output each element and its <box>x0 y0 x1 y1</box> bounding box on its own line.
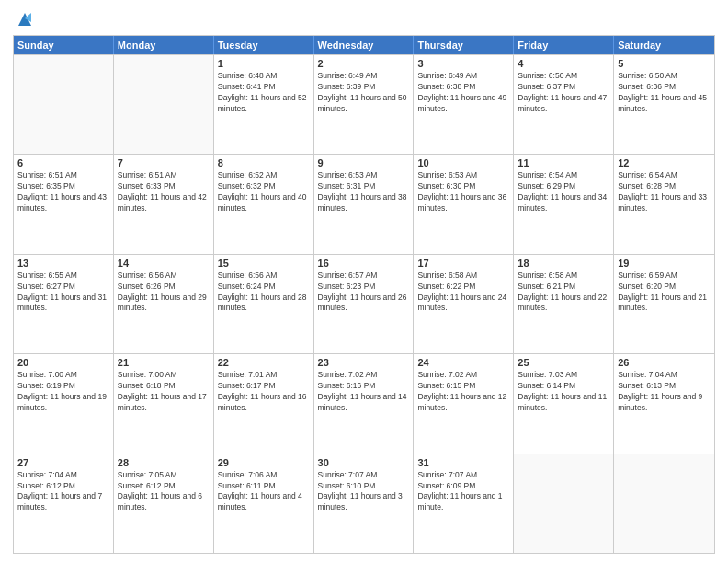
day-number: 18 <box>518 258 609 269</box>
calendar-row-4: 27Sunrise: 7:04 AMSunset: 6:12 PMDayligh… <box>14 454 714 553</box>
day-number: 11 <box>518 157 609 168</box>
cell-info: Sunrise: 7:04 AMSunset: 6:12 PMDaylight:… <box>17 470 109 514</box>
day-number: 6 <box>17 157 109 168</box>
calendar-cell: 6Sunrise: 6:51 AMSunset: 6:35 PMDaylight… <box>14 155 114 253</box>
cell-info: Sunrise: 6:48 AMSunset: 6:41 PMDaylight:… <box>218 71 310 115</box>
calendar-cell: 30Sunrise: 7:07 AMSunset: 6:10 PMDayligh… <box>314 454 415 553</box>
calendar-cell: 25Sunrise: 7:03 AMSunset: 6:14 PMDayligh… <box>514 354 614 453</box>
logo <box>13 9 35 29</box>
calendar-cell: 8Sunrise: 6:52 AMSunset: 6:32 PMDaylight… <box>214 155 314 253</box>
weekday-header-monday: Monday <box>114 36 214 54</box>
cell-info: Sunrise: 6:56 AMSunset: 6:24 PMDaylight:… <box>218 270 310 315</box>
calendar-cell: 27Sunrise: 7:04 AMSunset: 6:12 PMDayligh… <box>14 454 114 553</box>
day-number: 10 <box>417 157 509 168</box>
day-number: 31 <box>417 457 509 468</box>
day-number: 3 <box>417 58 509 69</box>
calendar-cell <box>114 55 214 154</box>
day-number: 12 <box>618 157 711 168</box>
calendar-row-1: 6Sunrise: 6:51 AMSunset: 6:35 PMDaylight… <box>14 154 714 253</box>
calendar-cell: 18Sunrise: 6:58 AMSunset: 6:21 PMDayligh… <box>514 255 614 353</box>
calendar-cell: 9Sunrise: 6:53 AMSunset: 6:31 PMDaylight… <box>314 155 415 253</box>
calendar-cell <box>14 55 114 154</box>
calendar-cell: 1Sunrise: 6:48 AMSunset: 6:41 PMDaylight… <box>214 55 314 154</box>
cell-info: Sunrise: 7:01 AMSunset: 6:17 PMDaylight:… <box>218 370 310 414</box>
header <box>13 9 715 29</box>
calendar-cell: 29Sunrise: 7:06 AMSunset: 6:11 PMDayligh… <box>214 454 314 553</box>
cell-info: Sunrise: 6:59 AMSunset: 6:20 PMDaylight:… <box>618 270 711 315</box>
day-number: 19 <box>618 258 711 269</box>
calendar-cell: 31Sunrise: 7:07 AMSunset: 6:09 PMDayligh… <box>414 454 514 553</box>
weekday-header-wednesday: Wednesday <box>314 36 415 54</box>
calendar-cell: 17Sunrise: 6:58 AMSunset: 6:22 PMDayligh… <box>414 255 514 353</box>
day-number: 30 <box>318 457 410 468</box>
cell-info: Sunrise: 6:58 AMSunset: 6:21 PMDaylight:… <box>518 270 609 315</box>
cell-info: Sunrise: 7:04 AMSunset: 6:13 PMDaylight:… <box>618 370 711 414</box>
calendar-body: 1Sunrise: 6:48 AMSunset: 6:41 PMDaylight… <box>14 54 714 553</box>
calendar-cell: 5Sunrise: 6:50 AMSunset: 6:36 PMDaylight… <box>614 55 714 154</box>
cell-info: Sunrise: 6:50 AMSunset: 6:37 PMDaylight:… <box>518 71 609 115</box>
cell-info: Sunrise: 6:55 AMSunset: 6:27 PMDaylight:… <box>17 270 109 315</box>
calendar-row-2: 13Sunrise: 6:55 AMSunset: 6:27 PMDayligh… <box>14 254 714 353</box>
day-number: 16 <box>318 258 410 269</box>
calendar-cell: 24Sunrise: 7:02 AMSunset: 6:15 PMDayligh… <box>414 354 514 453</box>
cell-info: Sunrise: 6:54 AMSunset: 6:29 PMDaylight:… <box>518 170 609 214</box>
day-number: 5 <box>618 58 711 69</box>
calendar-row-0: 1Sunrise: 6:48 AMSunset: 6:41 PMDaylight… <box>14 54 714 154</box>
day-number: 8 <box>218 157 310 168</box>
calendar-cell: 26Sunrise: 7:04 AMSunset: 6:13 PMDayligh… <box>614 354 714 453</box>
calendar-cell: 19Sunrise: 6:59 AMSunset: 6:20 PMDayligh… <box>614 255 714 353</box>
cell-info: Sunrise: 6:56 AMSunset: 6:26 PMDaylight:… <box>118 270 210 315</box>
calendar-cell: 4Sunrise: 6:50 AMSunset: 6:37 PMDaylight… <box>514 55 614 154</box>
cell-info: Sunrise: 6:52 AMSunset: 6:32 PMDaylight:… <box>218 170 310 214</box>
page: SundayMondayTuesdayWednesdayThursdayFrid… <box>0 0 728 563</box>
day-number: 7 <box>118 157 210 168</box>
weekday-header-friday: Friday <box>514 36 614 54</box>
calendar-cell: 2Sunrise: 6:49 AMSunset: 6:39 PMDaylight… <box>314 55 415 154</box>
cell-info: Sunrise: 7:07 AMSunset: 6:10 PMDaylight:… <box>318 470 410 514</box>
day-number: 14 <box>118 258 210 269</box>
cell-info: Sunrise: 6:49 AMSunset: 6:39 PMDaylight:… <box>318 71 410 115</box>
cell-info: Sunrise: 7:07 AMSunset: 6:09 PMDaylight:… <box>417 470 509 514</box>
day-number: 2 <box>318 58 410 69</box>
calendar-cell: 28Sunrise: 7:05 AMSunset: 6:12 PMDayligh… <box>114 454 214 553</box>
calendar-header: SundayMondayTuesdayWednesdayThursdayFrid… <box>14 36 714 54</box>
calendar-cell: 23Sunrise: 7:02 AMSunset: 6:16 PMDayligh… <box>314 354 415 453</box>
weekday-header-tuesday: Tuesday <box>214 36 314 54</box>
weekday-header-saturday: Saturday <box>614 36 714 54</box>
day-number: 24 <box>417 357 509 368</box>
cell-info: Sunrise: 6:51 AMSunset: 6:33 PMDaylight:… <box>118 170 210 214</box>
calendar-cell: 13Sunrise: 6:55 AMSunset: 6:27 PMDayligh… <box>14 255 114 353</box>
day-number: 1 <box>218 58 310 69</box>
calendar-cell: 10Sunrise: 6:53 AMSunset: 6:30 PMDayligh… <box>414 155 514 253</box>
day-number: 23 <box>318 357 410 368</box>
calendar-cell <box>614 454 714 553</box>
calendar-cell: 11Sunrise: 6:54 AMSunset: 6:29 PMDayligh… <box>514 155 614 253</box>
cell-info: Sunrise: 6:54 AMSunset: 6:28 PMDaylight:… <box>618 170 711 214</box>
day-number: 29 <box>218 457 310 468</box>
day-number: 20 <box>17 357 109 368</box>
cell-info: Sunrise: 6:53 AMSunset: 6:31 PMDaylight:… <box>318 170 410 214</box>
day-number: 13 <box>17 258 109 269</box>
cell-info: Sunrise: 6:58 AMSunset: 6:22 PMDaylight:… <box>417 270 509 315</box>
weekday-header-sunday: Sunday <box>14 36 114 54</box>
calendar-row-3: 20Sunrise: 7:00 AMSunset: 6:19 PMDayligh… <box>14 353 714 453</box>
cell-info: Sunrise: 6:53 AMSunset: 6:30 PMDaylight:… <box>417 170 509 214</box>
day-number: 28 <box>118 457 210 468</box>
calendar-cell: 12Sunrise: 6:54 AMSunset: 6:28 PMDayligh… <box>614 155 714 253</box>
cell-info: Sunrise: 7:06 AMSunset: 6:11 PMDaylight:… <box>218 470 310 514</box>
calendar-cell: 16Sunrise: 6:57 AMSunset: 6:23 PMDayligh… <box>314 255 415 353</box>
cell-info: Sunrise: 7:00 AMSunset: 6:19 PMDaylight:… <box>17 370 109 414</box>
cell-info: Sunrise: 7:03 AMSunset: 6:14 PMDaylight:… <box>518 370 609 414</box>
cell-info: Sunrise: 6:57 AMSunset: 6:23 PMDaylight:… <box>318 270 410 315</box>
calendar-cell <box>514 454 614 553</box>
calendar-cell: 15Sunrise: 6:56 AMSunset: 6:24 PMDayligh… <box>214 255 314 353</box>
day-number: 27 <box>17 457 109 468</box>
day-number: 15 <box>218 258 310 269</box>
calendar-cell: 20Sunrise: 7:00 AMSunset: 6:19 PMDayligh… <box>14 354 114 453</box>
day-number: 25 <box>518 357 609 368</box>
day-number: 26 <box>618 357 711 368</box>
calendar-cell: 3Sunrise: 6:49 AMSunset: 6:38 PMDaylight… <box>414 55 514 154</box>
cell-info: Sunrise: 7:02 AMSunset: 6:15 PMDaylight:… <box>417 370 509 414</box>
cell-info: Sunrise: 6:51 AMSunset: 6:35 PMDaylight:… <box>17 170 109 214</box>
day-number: 17 <box>417 258 509 269</box>
